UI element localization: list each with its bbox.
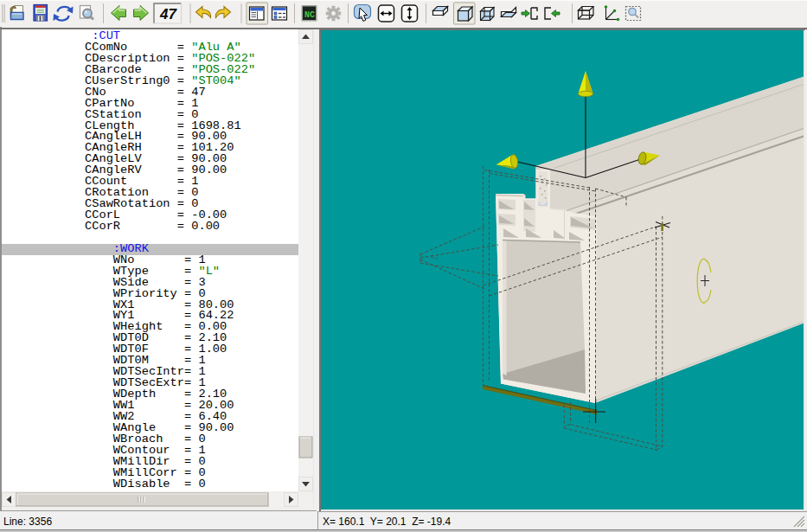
svg-text:47: 47 [159,6,177,22]
svg-text:NC: NC [304,10,315,20]
